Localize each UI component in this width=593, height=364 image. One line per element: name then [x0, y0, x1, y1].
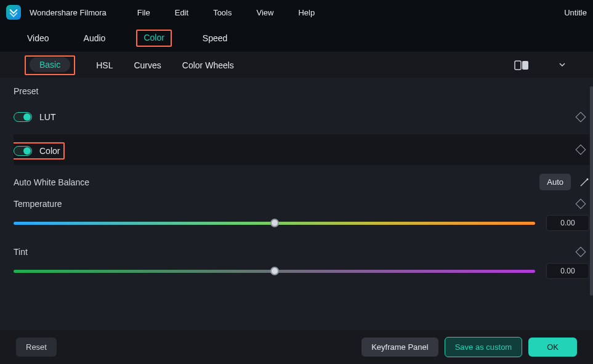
auto-white-balance-label: Auto White Balance [14, 177, 89, 187]
auto-white-balance-row: Auto White Balance Auto [14, 174, 589, 190]
temperature-slider-thumb[interactable] [270, 219, 279, 227]
tint-slider-thumb[interactable] [270, 267, 279, 275]
tint-keyframe-icon[interactable] [576, 247, 586, 257]
auto-button[interactable]: Auto [539, 174, 571, 190]
menubar: Wondershare Filmora File Edit Tools View… [0, 0, 593, 25]
svg-point-2 [587, 178, 589, 180]
temperature-block: Temperature 0.00 [14, 199, 589, 231]
app-title: Wondershare Filmora [30, 8, 107, 17]
lut-label: LUT [39, 112, 55, 122]
preset-label: Preset [14, 86, 589, 96]
temperature-label: Temperature [14, 199, 62, 209]
temperature-keyframe-icon[interactable] [576, 199, 586, 209]
highlight-basic-tab: Basic [25, 55, 75, 75]
subtab-color-wheels[interactable]: Color Wheels [182, 60, 234, 70]
tab-speed[interactable]: Speed [199, 31, 231, 46]
lut-keyframe-icon[interactable] [576, 112, 586, 123]
menu-edit[interactable]: Edit [175, 8, 188, 17]
subtab-basic[interactable]: Basic [30, 57, 70, 72]
eyedropper-icon[interactable] [579, 177, 589, 187]
lut-toggle[interactable] [14, 112, 32, 122]
highlight-color-toggle: Color [14, 142, 65, 160]
app-logo-icon [6, 5, 21, 20]
tab-video[interactable]: Video [23, 31, 53, 46]
svg-rect-1 [522, 61, 528, 70]
compare-view-icon[interactable] [514, 60, 529, 71]
highlight-color-tab: Color [136, 30, 171, 47]
menu-help[interactable]: Help [298, 8, 315, 17]
save-as-custom-button[interactable]: Save as custom [445, 337, 523, 357]
color-keyframe-icon[interactable] [576, 145, 586, 155]
menu-tools[interactable]: Tools [213, 8, 232, 17]
scrollbar-thumb[interactable] [590, 86, 593, 296]
keyframe-panel-button[interactable]: Keyframe Panel [361, 338, 438, 357]
tint-value[interactable]: 0.00 [546, 263, 589, 279]
chevron-down-icon[interactable] [556, 57, 568, 73]
tint-label: Tint [14, 247, 28, 257]
subtab-curves[interactable]: Curves [134, 60, 161, 70]
color-panel-body: Preset LUT Color Auto White Balance [0, 78, 593, 330]
color-toggle[interactable] [14, 146, 32, 156]
subtab-hsl[interactable]: HSL [96, 60, 113, 70]
menu-view[interactable]: View [256, 8, 273, 17]
tint-block: Tint 0.00 [14, 247, 589, 279]
temperature-value[interactable]: 0.00 [546, 215, 589, 231]
scrollbar-track[interactable] [589, 86, 593, 286]
lut-row: LUT [14, 105, 589, 129]
menu-file[interactable]: File [137, 8, 150, 17]
main-tabs: Video Audio Color Speed [0, 25, 593, 52]
svg-rect-0 [515, 61, 521, 70]
reset-button[interactable]: Reset [16, 338, 57, 357]
footer: Reset Keyframe Panel Save as custom OK [0, 330, 593, 364]
tab-color[interactable]: Color [143, 33, 164, 42]
color-row: Color [14, 134, 589, 165]
color-label: Color [39, 146, 60, 156]
sub-tabs: Basic HSL Curves Color Wheels [0, 52, 593, 78]
tab-audio[interactable]: Audio [80, 31, 110, 46]
ok-button[interactable]: OK [528, 338, 577, 357]
tint-slider[interactable] [14, 270, 535, 273]
document-title: Untitle [564, 8, 587, 17]
temperature-slider[interactable] [14, 222, 535, 225]
